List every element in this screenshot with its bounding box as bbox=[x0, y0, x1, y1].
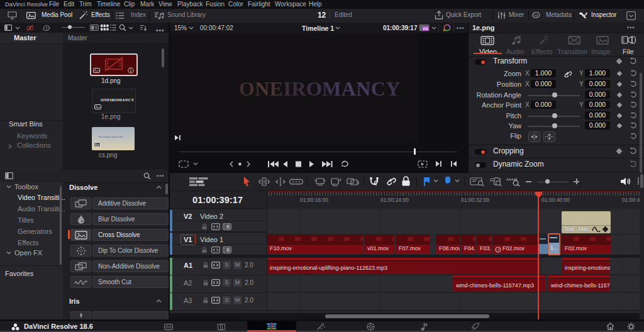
svg-text:FX: FX bbox=[423, 27, 428, 31]
